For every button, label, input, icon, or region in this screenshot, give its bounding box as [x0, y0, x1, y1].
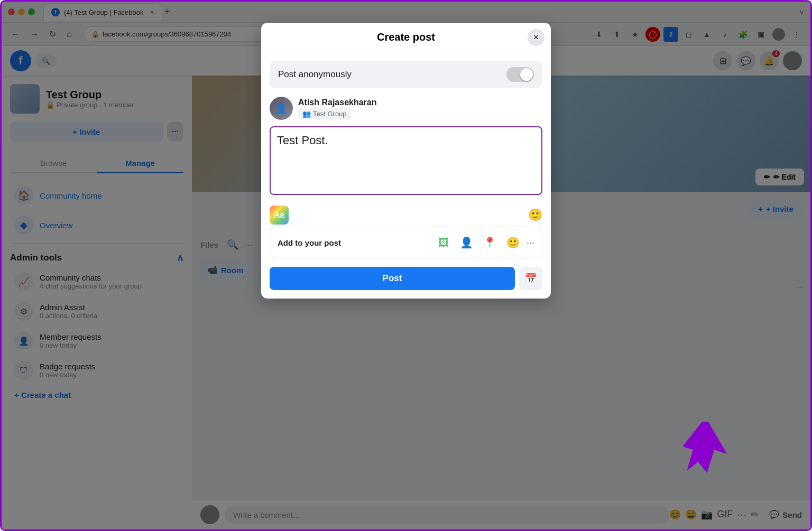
close-icon: × — [533, 33, 538, 42]
post-toolbar: Aa 🙂 — [270, 203, 542, 227]
modal-overlay[interactable]: Create post × Post anonymously 👤 — [2, 2, 810, 529]
toggle-thumb — [520, 68, 533, 81]
feeling-button[interactable]: 🙂 — [503, 232, 523, 253]
add-to-post-section: Add to your post 🖼 👤 📍 🙂 ··· — [270, 227, 542, 258]
emoji-button[interactable]: 🙂 — [528, 208, 542, 222]
photo-add-button[interactable]: 🖼 — [433, 232, 454, 253]
modal-title: Create post — [377, 31, 435, 43]
add-icons: 🖼 👤 📍 🙂 ··· — [433, 232, 534, 253]
modal-body: Post anonymously 👤 Atish Rajasekharan 👥 … — [261, 52, 551, 299]
post-btn-row: Post 📅 — [270, 267, 542, 290]
modal-close-button[interactable]: × — [528, 29, 545, 46]
browser-frame: f (4) Test Group | Facebook × + ∨ ← → ↻ … — [0, 0, 812, 531]
poster-group[interactable]: 👥 Test Group — [298, 108, 351, 119]
add-to-post-label: Add to your post — [278, 238, 433, 247]
more-add-button[interactable]: ··· — [527, 237, 534, 248]
post-textarea[interactable] — [270, 126, 542, 195]
svg-marker-0 — [684, 422, 737, 484]
location-button[interactable]: 📍 — [480, 232, 500, 253]
poster-row: 👤 Atish Rajasekharan 👥 Test Group — [270, 97, 542, 120]
schedule-button[interactable]: 📅 — [519, 267, 542, 290]
poster-name: Atish Rajasekharan — [298, 98, 377, 107]
anonymous-row: Post anonymously — [270, 61, 542, 88]
arrow-pointer — [684, 422, 747, 487]
modal-header: Create post × — [261, 23, 551, 52]
tag-people-button[interactable]: 👤 — [457, 232, 477, 253]
poster-avatar: 👤 — [270, 97, 293, 120]
post-button[interactable]: Post — [270, 267, 515, 290]
group-icon: 👥 — [302, 110, 311, 118]
anonymous-label: Post anonymously — [278, 69, 352, 80]
font-style-button[interactable]: Aa — [270, 206, 289, 225]
schedule-icon: 📅 — [525, 273, 537, 284]
anonymous-toggle[interactable] — [506, 67, 534, 82]
create-post-modal: Create post × Post anonymously 👤 — [261, 23, 551, 299]
arrow-svg — [684, 422, 747, 485]
